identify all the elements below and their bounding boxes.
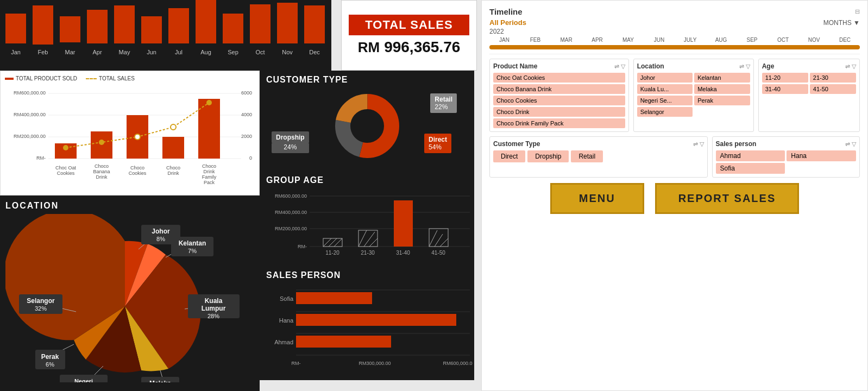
location-title: LOCATION [5, 201, 254, 211]
x-label-3b: Cookies [129, 171, 147, 176]
bar-dec [304, 5, 325, 43]
report-sales-button[interactable]: REPORT SALES [655, 183, 800, 214]
loc-kl[interactable]: Kuala Lu... [637, 84, 693, 94]
sp-x-600k: RM600,000.00 [443, 361, 473, 366]
x-label-2c: Drink [96, 174, 108, 180]
total-sales-label: TOTAL SALES [349, 15, 469, 35]
tl-dec: DEC [830, 37, 860, 43]
sales-person-svg: Sofia Hana Ahmad RM- RM300,000.00 RM600,… [266, 285, 473, 371]
label-sep: Sep [228, 49, 238, 55]
age-y-400: RM400,000.00 [275, 210, 307, 215]
sp-hana-label: Hana [279, 317, 294, 324]
label-apr: Apr [92, 49, 102, 55]
bar-jan [5, 14, 26, 43]
age-sort-icon[interactable]: ⇌ [845, 63, 850, 70]
legend-product-sold-label: TOTAL PRODUCT SOLD [16, 75, 77, 81]
dot-3 [135, 134, 140, 140]
location-filter-icon[interactable]: ▽ [746, 63, 750, 70]
location-svg: Johor 8% Kelantan 7% Kuala Lumpur 28% Me… [5, 214, 265, 382]
sp-ahmad-label: Ahmad [274, 339, 293, 345]
label-oct: Oct [255, 49, 265, 55]
age-2130[interactable]: 21-30 [810, 73, 856, 83]
age-filter-title: Age [762, 62, 775, 70]
age-filter-icon[interactable]: ▽ [852, 63, 856, 70]
sp-x-0: RM- [292, 361, 301, 366]
tl-jun: JUN [644, 37, 674, 43]
tl-feb: FEB [520, 37, 550, 43]
age-y-0: RM- [298, 244, 307, 249]
dot-4 [171, 124, 176, 130]
timeline-filter-icon[interactable]: ⊟ [855, 8, 860, 15]
age-x-2130: 21-30 [361, 250, 375, 256]
tl-oct: OCT [768, 37, 798, 43]
product-sort-icon[interactable]: ⇌ [614, 63, 619, 70]
loc-selangor[interactable]: Selangor [637, 107, 693, 117]
all-periods-label[interactable]: All Periods [489, 18, 526, 27]
loc-johor[interactable]: Johor [637, 73, 693, 83]
age-bar-2130 [358, 230, 378, 247]
label-jan: Jan [11, 49, 21, 55]
x-label-5d: Pack [204, 180, 215, 185]
bar-aug [196, 0, 216, 43]
ctype-direct[interactable]: Direct [493, 150, 525, 162]
label-feb: Feb [38, 49, 48, 55]
age-4150[interactable]: 41-50 [810, 84, 856, 94]
product-choc-oat[interactable]: Choc Oat Cookies [493, 73, 625, 83]
combo-chart-svg: RM600,000.00 RM400,000.00 RM200,000.00 R… [5, 84, 255, 187]
legend-yellow-line [86, 78, 97, 79]
group-age-panel: GROUP AGE RM600,000.00 RM400,000.00 RM20… [260, 171, 474, 266]
tl-apr: APR [582, 37, 612, 43]
dashboard: Jan Feb Mar Apr May Jun Jul Aug Sep Oct … [0, 0, 868, 391]
sp-filter-icon[interactable]: ▽ [852, 141, 856, 148]
age-x-4150: 41-50 [431, 250, 445, 256]
age-3140[interactable]: 31-40 [762, 84, 808, 94]
loc-melaka[interactable]: Melaka [694, 84, 750, 94]
product-filter-icon[interactable]: ▽ [621, 63, 625, 70]
ctype-retail[interactable]: Retail [571, 150, 603, 162]
combo-bar-4 [162, 137, 184, 159]
product-choco-banana[interactable]: Choco Banana Drink [493, 84, 625, 94]
tl-jul: JULY [675, 37, 705, 43]
loc-perak[interactable]: Perak [694, 96, 750, 105]
sp-sofia-label: Sofia [280, 295, 294, 302]
tl-nov: NOV [799, 37, 829, 43]
bar-oct [250, 4, 271, 43]
age-bar-4150 [429, 229, 448, 247]
tl-jan: JAN [489, 37, 519, 43]
age-bar-3140 [394, 200, 413, 247]
product-choco-drink[interactable]: Choco Drink [493, 107, 625, 117]
location-sort-icon[interactable]: ⇌ [739, 63, 744, 70]
combo-legend: TOTAL PRODUCT SOLD TOTAL SALES [5, 75, 255, 81]
ctype-dropship[interactable]: Dropship [527, 150, 569, 162]
sp-filter-title: Sales person [716, 140, 757, 148]
label-may: May [119, 49, 130, 55]
timeline-bar[interactable] [489, 45, 860, 49]
age-x-3140: 31-40 [396, 250, 410, 256]
ctype-sort-icon[interactable]: ⇌ [693, 141, 698, 148]
donut-svg [313, 88, 422, 164]
johor-pct: 8% [156, 236, 165, 242]
sp-sort-icon[interactable]: ⇌ [845, 141, 850, 148]
sp-hana[interactable]: Hana [787, 150, 856, 161]
dot-1 [63, 145, 68, 150]
label-nov: Nov [282, 49, 293, 55]
y-label-0: RM- [36, 155, 46, 161]
sp-sofia[interactable]: Sofia [716, 163, 785, 174]
sp-ahmad[interactable]: Ahmad [716, 150, 785, 161]
ctype-filter-icon[interactable]: ▽ [700, 141, 704, 148]
product-choco-family[interactable]: Choco Drink Family Pack [493, 118, 625, 128]
melaka-label: Melaka [149, 380, 171, 382]
menu-button[interactable]: MENU [550, 183, 644, 214]
loc-kelantan[interactable]: Kelantan [694, 73, 750, 83]
selangor-pct: 32% [35, 305, 47, 312]
y-right-0: 0 [249, 155, 252, 161]
bar-jul [168, 8, 189, 43]
loc-negeri[interactable]: Negeri Se... [637, 96, 693, 105]
product-choco-cookies[interactable]: Choco Cookies [493, 96, 625, 105]
svg-line-13 [369, 238, 378, 247]
age-1120[interactable]: 11-20 [762, 73, 808, 83]
months-dropdown[interactable]: MONTHS ▼ [823, 19, 860, 27]
bar-jun [141, 16, 162, 43]
total-sales-panel: TOTAL SALES RM 996,365.76 [341, 0, 477, 71]
legend-product-sold: TOTAL PRODUCT SOLD [5, 75, 77, 81]
